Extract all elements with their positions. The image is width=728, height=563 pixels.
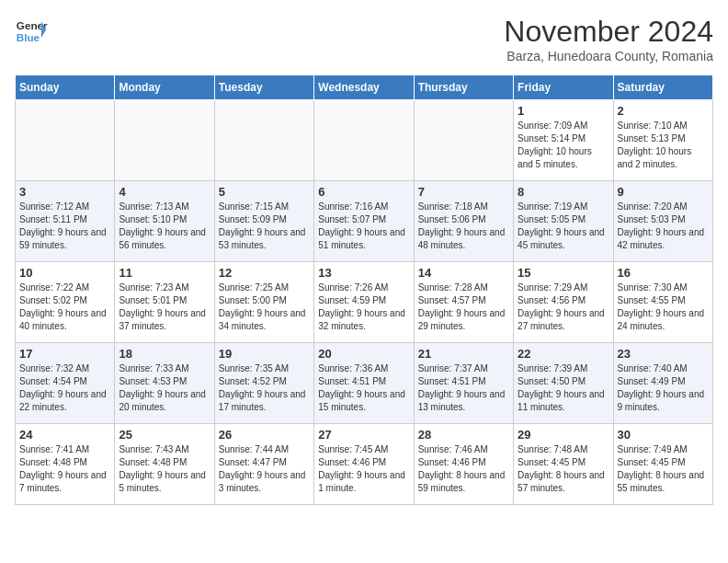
- day-number: 20: [318, 347, 409, 361]
- title-area: November 2024 Barza, Hunedoara County, R…: [504, 15, 713, 63]
- subtitle: Barza, Hunedoara County, Romania: [504, 49, 713, 63]
- day-number: 22: [518, 347, 609, 361]
- calendar-body: 1Sunrise: 7:09 AM Sunset: 5:14 PM Daylig…: [16, 100, 713, 505]
- day-number: 15: [518, 266, 609, 280]
- day-number: 14: [418, 266, 509, 280]
- calendar-cell: 2Sunrise: 7:10 AM Sunset: 5:13 PM Daylig…: [613, 100, 712, 181]
- day-info: Sunrise: 7:25 AM Sunset: 5:00 PM Dayligh…: [219, 282, 310, 333]
- calendar-cell: 5Sunrise: 7:15 AM Sunset: 5:09 PM Daylig…: [214, 181, 313, 262]
- day-info: Sunrise: 7:37 AM Sunset: 4:51 PM Dayligh…: [418, 362, 509, 414]
- calendar-cell: 6Sunrise: 7:16 AM Sunset: 5:07 PM Daylig…: [314, 181, 414, 262]
- calendar-week-1: 1Sunrise: 7:09 AM Sunset: 5:14 PM Daylig…: [16, 100, 713, 181]
- calendar-cell: [414, 100, 513, 181]
- day-number: 17: [19, 347, 110, 361]
- day-number: 6: [318, 185, 409, 199]
- calendar-cell: 7Sunrise: 7:18 AM Sunset: 5:06 PM Daylig…: [414, 181, 513, 262]
- day-number: 10: [19, 266, 110, 280]
- day-info: Sunrise: 7:33 AM Sunset: 4:53 PM Dayligh…: [119, 362, 210, 414]
- day-number: 9: [618, 185, 709, 199]
- day-info: Sunrise: 7:46 AM Sunset: 4:46 PM Dayligh…: [418, 443, 509, 495]
- day-number: 12: [219, 266, 310, 280]
- calendar-cell: 1Sunrise: 7:09 AM Sunset: 5:14 PM Daylig…: [514, 100, 613, 181]
- day-info: Sunrise: 7:49 AM Sunset: 4:45 PM Dayligh…: [618, 443, 709, 495]
- calendar-cell: 16Sunrise: 7:30 AM Sunset: 4:55 PM Dayli…: [613, 262, 712, 343]
- day-number: 7: [418, 185, 509, 199]
- day-number: 16: [618, 266, 709, 280]
- calendar-cell: 29Sunrise: 7:48 AM Sunset: 4:45 PM Dayli…: [514, 424, 613, 505]
- day-info: Sunrise: 7:23 AM Sunset: 5:01 PM Dayligh…: [119, 282, 210, 333]
- calendar-cell: 25Sunrise: 7:43 AM Sunset: 4:48 PM Dayli…: [115, 424, 214, 505]
- day-info: Sunrise: 7:09 AM Sunset: 5:14 PM Dayligh…: [518, 120, 609, 171]
- day-info: Sunrise: 7:39 AM Sunset: 4:50 PM Dayligh…: [518, 362, 609, 414]
- day-number: 21: [418, 347, 509, 361]
- day-number: 30: [618, 428, 709, 442]
- day-number: 29: [518, 428, 609, 442]
- day-info: Sunrise: 7:29 AM Sunset: 4:56 PM Dayligh…: [518, 282, 609, 333]
- calendar-cell: 15Sunrise: 7:29 AM Sunset: 4:56 PM Dayli…: [514, 262, 613, 343]
- col-thursday: Thursday: [414, 75, 513, 100]
- col-saturday: Saturday: [613, 75, 712, 100]
- calendar-cell: [115, 100, 214, 181]
- calendar-cell: 22Sunrise: 7:39 AM Sunset: 4:50 PM Dayli…: [514, 343, 613, 424]
- day-number: 13: [318, 266, 409, 280]
- col-tuesday: Tuesday: [214, 75, 313, 100]
- calendar-table: Sunday Monday Tuesday Wednesday Thursday…: [15, 75, 713, 505]
- logo: General Blue: [15, 15, 48, 48]
- calendar-cell: 21Sunrise: 7:37 AM Sunset: 4:51 PM Dayli…: [414, 343, 513, 424]
- col-sunday: Sunday: [16, 75, 115, 100]
- calendar-cell: 14Sunrise: 7:28 AM Sunset: 4:57 PM Dayli…: [414, 262, 513, 343]
- calendar-cell: 10Sunrise: 7:22 AM Sunset: 5:02 PM Dayli…: [16, 262, 115, 343]
- day-info: Sunrise: 7:43 AM Sunset: 4:48 PM Dayligh…: [119, 443, 210, 495]
- day-info: Sunrise: 7:40 AM Sunset: 4:49 PM Dayligh…: [618, 362, 709, 414]
- day-info: Sunrise: 7:13 AM Sunset: 5:10 PM Dayligh…: [119, 201, 210, 252]
- calendar-cell: 8Sunrise: 7:19 AM Sunset: 5:05 PM Daylig…: [514, 181, 613, 262]
- day-info: Sunrise: 7:22 AM Sunset: 5:02 PM Dayligh…: [19, 282, 110, 333]
- calendar-cell: 23Sunrise: 7:40 AM Sunset: 4:49 PM Dayli…: [613, 343, 712, 424]
- day-number: 19: [219, 347, 310, 361]
- calendar-cell: 4Sunrise: 7:13 AM Sunset: 5:10 PM Daylig…: [115, 181, 214, 262]
- day-number: 28: [418, 428, 509, 442]
- calendar-header: Sunday Monday Tuesday Wednesday Thursday…: [16, 75, 713, 100]
- day-info: Sunrise: 7:48 AM Sunset: 4:45 PM Dayligh…: [518, 443, 609, 495]
- col-friday: Friday: [514, 75, 613, 100]
- calendar-cell: 26Sunrise: 7:44 AM Sunset: 4:47 PM Dayli…: [214, 424, 313, 505]
- calendar-cell: 9Sunrise: 7:20 AM Sunset: 5:03 PM Daylig…: [613, 181, 712, 262]
- day-number: 11: [119, 266, 210, 280]
- day-number: 2: [618, 104, 709, 118]
- calendar-cell: 13Sunrise: 7:26 AM Sunset: 4:59 PM Dayli…: [314, 262, 414, 343]
- day-info: Sunrise: 7:45 AM Sunset: 4:46 PM Dayligh…: [318, 443, 409, 495]
- day-number: 1: [518, 104, 609, 118]
- svg-text:Blue: Blue: [17, 31, 40, 43]
- calendar-cell: [214, 100, 313, 181]
- calendar-cell: 30Sunrise: 7:49 AM Sunset: 4:45 PM Dayli…: [613, 424, 712, 505]
- day-info: Sunrise: 7:19 AM Sunset: 5:05 PM Dayligh…: [518, 201, 609, 252]
- calendar-week-4: 17Sunrise: 7:32 AM Sunset: 4:54 PM Dayli…: [16, 343, 713, 424]
- day-number: 23: [618, 347, 709, 361]
- header: General Blue November 2024 Barza, Hunedo…: [15, 15, 713, 63]
- day-info: Sunrise: 7:26 AM Sunset: 4:59 PM Dayligh…: [318, 282, 409, 333]
- calendar-week-3: 10Sunrise: 7:22 AM Sunset: 5:02 PM Dayli…: [16, 262, 713, 343]
- calendar-cell: 18Sunrise: 7:33 AM Sunset: 4:53 PM Dayli…: [115, 343, 214, 424]
- header-row: Sunday Monday Tuesday Wednesday Thursday…: [16, 75, 713, 100]
- calendar-cell: 12Sunrise: 7:25 AM Sunset: 5:00 PM Dayli…: [214, 262, 313, 343]
- day-info: Sunrise: 7:20 AM Sunset: 5:03 PM Dayligh…: [618, 201, 709, 252]
- calendar-week-2: 3Sunrise: 7:12 AM Sunset: 5:11 PM Daylig…: [16, 181, 713, 262]
- day-number: 5: [219, 185, 310, 199]
- calendar-cell: 11Sunrise: 7:23 AM Sunset: 5:01 PM Dayli…: [115, 262, 214, 343]
- calendar-cell: 27Sunrise: 7:45 AM Sunset: 4:46 PM Dayli…: [314, 424, 414, 505]
- day-number: 8: [518, 185, 609, 199]
- day-number: 27: [318, 428, 409, 442]
- day-number: 3: [19, 185, 110, 199]
- calendar-week-5: 24Sunrise: 7:41 AM Sunset: 4:48 PM Dayli…: [16, 424, 713, 505]
- day-info: Sunrise: 7:35 AM Sunset: 4:52 PM Dayligh…: [219, 362, 310, 414]
- day-info: Sunrise: 7:44 AM Sunset: 4:47 PM Dayligh…: [219, 443, 310, 495]
- calendar-cell: 24Sunrise: 7:41 AM Sunset: 4:48 PM Dayli…: [16, 424, 115, 505]
- day-info: Sunrise: 7:12 AM Sunset: 5:11 PM Dayligh…: [19, 201, 110, 252]
- calendar-cell: 28Sunrise: 7:46 AM Sunset: 4:46 PM Dayli…: [414, 424, 513, 505]
- day-number: 18: [119, 347, 210, 361]
- day-info: Sunrise: 7:41 AM Sunset: 4:48 PM Dayligh…: [19, 443, 110, 495]
- month-title: November 2024: [504, 15, 713, 49]
- day-info: Sunrise: 7:32 AM Sunset: 4:54 PM Dayligh…: [19, 362, 110, 414]
- calendar-cell: 3Sunrise: 7:12 AM Sunset: 5:11 PM Daylig…: [16, 181, 115, 262]
- day-number: 26: [219, 428, 310, 442]
